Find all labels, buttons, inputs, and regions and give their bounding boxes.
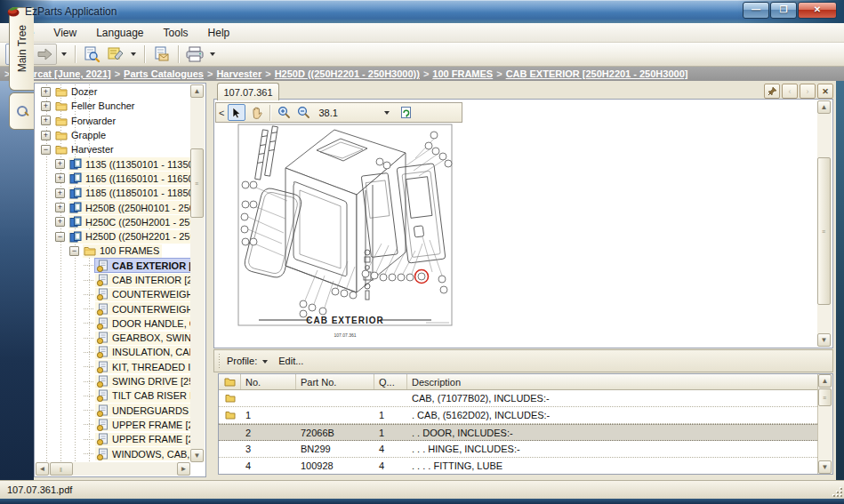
edit-note-button[interactable]: [104, 44, 127, 64]
close-button[interactable]: ✕: [798, 2, 837, 19]
tree-item[interactable]: +H250B ((250H0101 - 250H2: [36, 200, 190, 214]
table-row[interactable]: 3BN2994. . . HINGE, INCLUDES:-: [219, 441, 817, 458]
tree-expander[interactable]: −: [41, 145, 51, 155]
tree-expander[interactable]: +: [55, 217, 65, 227]
toolbar-collapse-handle[interactable]: <: [216, 108, 227, 118]
tree-expander[interactable]: +: [55, 173, 65, 183]
tree-expander[interactable]: +: [55, 188, 65, 198]
viewer-vertical-scrollbar[interactable]: ▲ ≡ ▼: [817, 100, 832, 347]
breadcrumb-link[interactable]: CAB EXTERIOR [250H2201 - 250H3000]: [506, 68, 688, 79]
tree-expander[interactable]: +: [41, 87, 51, 97]
cab-exterior-diagram[interactable]: CAB EXTERIOR 107.07.361: [232, 119, 456, 343]
tree-item[interactable]: +Dozer: [36, 84, 190, 99]
tree-item[interactable]: +1135 ((11350101 - 1135050: [36, 156, 190, 171]
viewer-scroll-down[interactable]: ▼: [817, 333, 831, 347]
column-header-qty[interactable]: Q...: [374, 374, 407, 389]
tree-expander[interactable]: −: [55, 232, 65, 242]
tree-item[interactable]: −100 FRAMES: [36, 244, 190, 258]
tree-item[interactable]: UPPER FRAME [250H: [36, 418, 190, 432]
refresh-button[interactable]: [398, 104, 415, 121]
tree-expander[interactable]: +: [55, 159, 65, 169]
tree-expander[interactable]: +: [41, 116, 51, 125]
zoom-in-button[interactable]: [275, 104, 293, 121]
zoom-out-button[interactable]: [294, 104, 312, 121]
tree-item[interactable]: +1165 ((11650101 - 1165050: [36, 172, 190, 186]
table-vertical-scrollbar[interactable]: ▲ ≡ ▼: [817, 374, 832, 474]
next-page-button[interactable]: ›: [800, 84, 816, 99]
tree-item[interactable]: TILT CAB RISER INST: [36, 388, 190, 403]
tree-item[interactable]: −Harvester: [36, 142, 190, 156]
tree-item[interactable]: COUNTERWEIGHT 10: [36, 287, 190, 301]
tree-item[interactable]: −H250D ((250H2201 - 250H3: [36, 229, 190, 244]
viewer-scroll-up[interactable]: ▲: [817, 100, 831, 114]
tab-search[interactable]: [9, 92, 34, 130]
scroll-up-button[interactable]: ▲: [190, 84, 204, 98]
tree-expander[interactable]: −: [69, 246, 79, 256]
prev-page-button[interactable]: ‹: [782, 84, 798, 99]
tree-item[interactable]: UPPER FRAME [250H: [36, 432, 190, 446]
pin-button[interactable]: [764, 84, 780, 99]
tree-item[interactable]: CAB EXTERIOR [: [36, 259, 190, 273]
header-folder-cell[interactable]: [219, 374, 241, 389]
tree-item[interactable]: +Feller Buncher: [36, 99, 190, 113]
tree-item[interactable]: COUNTERWEIGHT 6: [36, 301, 190, 316]
column-header-part-no[interactable]: Part No.: [296, 374, 374, 389]
tree-hscroll-thumb[interactable]: ‖: [50, 462, 73, 476]
minimize-button[interactable]: —: [743, 2, 769, 19]
column-header-no[interactable]: No.: [241, 374, 296, 389]
select-tool-button[interactable]: [228, 104, 245, 121]
tree-item[interactable]: SWING DRIVE [250H: [36, 374, 190, 388]
menu-item-help[interactable]: Help: [198, 24, 240, 42]
table-scroll-down[interactable]: ▼: [818, 460, 832, 474]
tree-vscroll-thumb[interactable]: ≡: [190, 148, 204, 218]
breadcrumb-link[interactable]: Parts Catalogues: [124, 68, 204, 79]
tree-item[interactable]: DOOR HANDLE, CAB: [36, 316, 190, 331]
print-button[interactable]: [183, 44, 206, 64]
table-row[interactable]: 41009284. . . . FITTING, LUBE: [219, 458, 817, 475]
edit-note-dropdown[interactable]: [128, 44, 138, 64]
column-header-description[interactable]: Description: [407, 374, 832, 389]
close-tab-button[interactable]: ✕: [817, 84, 833, 99]
table-row[interactable]: 11. CAB, (5162D02), INCLUDES:-: [219, 407, 817, 424]
menu-item-view[interactable]: View: [44, 24, 86, 42]
menu-item-language[interactable]: Language: [86, 24, 153, 42]
catalog-search-button[interactable]: [80, 44, 103, 64]
zoom-level-combobox[interactable]: 38.1: [318, 108, 337, 118]
menu-item-tools[interactable]: Tools: [154, 24, 198, 42]
profile-dropdown-caret[interactable]: [262, 360, 268, 364]
tree-horizontal-scrollbar[interactable]: ◄ ‖ ►: [36, 462, 190, 476]
profile-edit-link[interactable]: Edit...: [278, 356, 303, 366]
document-tab[interactable]: 107.07.361: [217, 83, 279, 100]
zoom-dropdown-caret[interactable]: [384, 111, 390, 115]
tree-item[interactable]: +Grapple: [36, 128, 190, 142]
tree-item[interactable]: CAB INTERIOR [250H: [36, 273, 190, 287]
print-dropdown[interactable]: [207, 44, 217, 64]
tree-item[interactable]: +Forwarder: [36, 114, 190, 128]
scroll-left-button[interactable]: ◄: [36, 462, 49, 476]
tree-item[interactable]: +1185 ((11850101 - 1185050: [36, 186, 190, 200]
tab-main-tree[interactable]: Main Tree: [9, 7, 34, 91]
email-document-button[interactable]: [149, 44, 173, 64]
toolbar-grip[interactable]: [218, 354, 221, 368]
table-vscroll-thumb[interactable]: ≡: [818, 388, 832, 406]
viewer-vscroll-thumb[interactable]: ≡: [817, 157, 831, 305]
scroll-down-button[interactable]: ▼: [190, 449, 204, 462]
tree-expander[interactable]: +: [41, 101, 51, 111]
table-scroll-up[interactable]: ▲: [818, 374, 832, 388]
tree-item[interactable]: WINDOWS, CAB, SLI: [36, 446, 190, 460]
tree-expander[interactable]: +: [41, 131, 51, 140]
history-dropdown[interactable]: [59, 44, 68, 64]
tree-expander[interactable]: +: [55, 203, 65, 212]
tree-item[interactable]: GEARBOX, SWING DR: [36, 331, 190, 345]
breadcrumb-link[interactable]: Harvester: [216, 68, 261, 79]
resize-grip[interactable]: [832, 486, 842, 497]
forward-button[interactable]: [32, 44, 57, 65]
breadcrumb-link[interactable]: H250D ((250H2201 - 250H3000)): [275, 68, 420, 79]
tree-item[interactable]: INSULATION, CAB [2: [36, 345, 190, 359]
maximize-button[interactable]: ❐: [770, 2, 797, 19]
breadcrumb-link[interactable]: 100 FRAMES: [432, 68, 493, 79]
scroll-right-button[interactable]: ►: [177, 462, 190, 476]
tree-item[interactable]: +H250C ((250H2001 - 250H2: [36, 215, 190, 229]
tree-item[interactable]: KIT, THREADED INSE: [36, 360, 190, 374]
table-row[interactable]: CAB, (71077B02), INCLUDES:-: [219, 390, 817, 407]
